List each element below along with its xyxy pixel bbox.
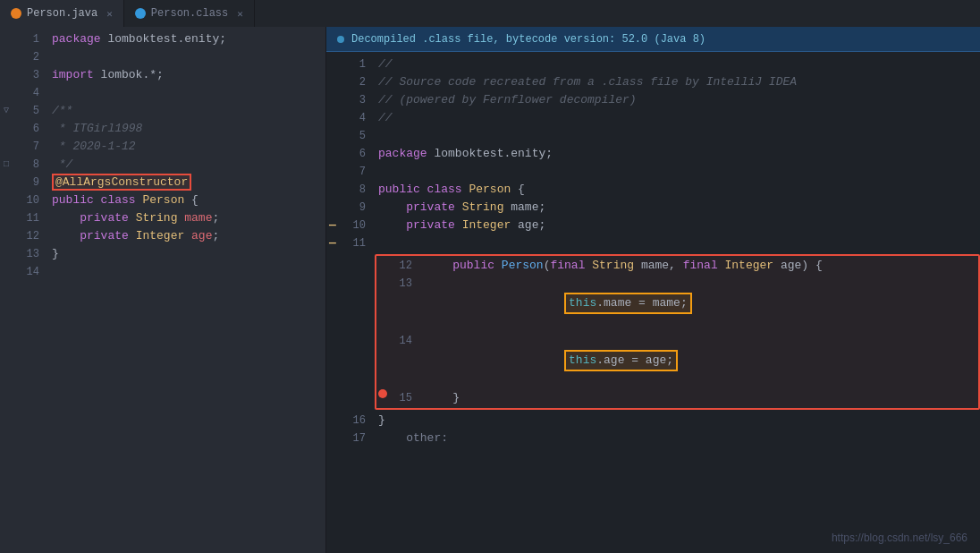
line-number: 1 (13, 30, 48, 48)
line-content: // Source code recreated from a .class f… (375, 73, 980, 91)
table-row: 12 private Integer age; (0, 227, 325, 245)
tab-bar: Person.java ✕ Person.class ✕ (0, 0, 980, 27)
line-content: private Integer age; (48, 227, 325, 245)
table-row: 6 * ITGirl1998 (0, 120, 325, 138)
collapse-end-icon[interactable]: □ (0, 156, 13, 174)
table-row: 9 @AllArgsConstructor (0, 174, 325, 191)
line-number: 1 (339, 55, 375, 73)
table-row: 1 package lomboktest.enity; (0, 30, 325, 48)
red-highlight-box: 12 public Person(final String mame, fina… (375, 254, 980, 410)
line-content: package lomboktest.enity; (48, 30, 325, 48)
class-file-icon (135, 8, 146, 19)
line-number: 4 (13, 84, 48, 102)
diff-marker: — (326, 234, 339, 252)
line-content: // (375, 55, 980, 73)
line-number: 11 (13, 209, 48, 227)
collapse-icon[interactable]: ▽ (0, 102, 13, 120)
close-java-tab[interactable]: ✕ (106, 8, 113, 20)
line-content: } (421, 389, 978, 407)
line-number: 8 (13, 156, 48, 174)
tab-person-java[interactable]: Person.java ✕ (0, 0, 124, 27)
table-row: 7 * 2020-1-12 (0, 138, 325, 156)
java-file-icon (11, 8, 21, 19)
table-row: 2 // Source code recreated from a .class… (326, 73, 980, 91)
table-row: 4 (0, 84, 325, 102)
table-row: □ 8 */ (0, 156, 325, 174)
watermark: https://blog.csdn.net/lsy_666 (832, 532, 967, 544)
line-content: private String mame; (375, 199, 980, 217)
line-number: 16 (339, 412, 375, 430)
line-content: @AllArgsConstructor (48, 174, 325, 191)
line-content: */ (48, 156, 325, 174)
table-row: 12 public Person(final String mame, fina… (376, 257, 978, 275)
line-number: 9 (339, 199, 375, 217)
table-row: 14 this.age = age; (376, 332, 978, 389)
table-row: 13 this.mame = mame; (376, 275, 978, 332)
line-number: 5 (339, 127, 375, 145)
editors-container: 1 package lomboktest.enity; 2 3 import l… (0, 27, 980, 553)
line-number: 12 (389, 257, 421, 275)
table-row: 6 package lomboktest.enity; (326, 145, 980, 163)
line-content: } (375, 412, 980, 430)
close-class-tab[interactable]: ✕ (237, 8, 243, 20)
line-content: import lombok.*; (48, 66, 325, 84)
table-row: 15 } (376, 389, 978, 407)
line-number: 8 (339, 181, 375, 199)
line-content: /** (48, 102, 325, 120)
line-number: 9 (13, 174, 48, 191)
tab-class-label: Person.class (151, 7, 228, 20)
left-code-area[interactable]: 1 package lomboktest.enity; 2 3 import l… (0, 27, 325, 553)
table-row: 9 private String mame; (326, 199, 980, 217)
line-number: 4 (339, 109, 375, 127)
table-row: 3 import lombok.*; (0, 66, 325, 84)
table-row: 8 public class Person { (326, 181, 980, 199)
table-row: 1 // (326, 55, 980, 73)
left-editor: 1 package lomboktest.enity; 2 3 import l… (0, 27, 326, 553)
line-number: 7 (13, 138, 48, 156)
line-number: 6 (13, 120, 48, 138)
line-content: package lomboktest.enity; (375, 145, 980, 163)
decompiled-text: Decompiled .class file, bytecode version… (351, 33, 705, 46)
tab-person-class[interactable]: Person.class ✕ (124, 0, 255, 27)
table-row: 16 } (326, 412, 980, 430)
line-number: 3 (13, 66, 48, 84)
line-content: this.age = age; (421, 332, 978, 389)
line-content: * ITGirl1998 (48, 120, 325, 138)
table-row: 17 other: (326, 430, 980, 447)
line-content: public Person(final String mame, final I… (421, 257, 978, 275)
line-number: 5 (13, 102, 48, 120)
diff-marker: — (326, 217, 339, 234)
line-number: 12 (13, 227, 48, 245)
line-number: 2 (13, 48, 48, 66)
tab-java-label: Person.java (27, 7, 97, 20)
line-content: * 2020-1-12 (48, 138, 325, 156)
line-content: private Integer age; (375, 217, 980, 234)
line-number: 14 (389, 332, 421, 350)
line-number: 13 (389, 275, 421, 293)
line-number: 11 (339, 234, 375, 252)
line-content: public class Person { (48, 191, 325, 209)
line-content: private String mame; (48, 209, 325, 227)
line-number: 7 (339, 163, 375, 181)
line-number: 6 (339, 145, 375, 163)
line-content: other: (375, 430, 980, 447)
right-code-area[interactable]: 1 // 2 // Source code recreated from a .… (326, 52, 980, 553)
table-row: 7 (326, 163, 980, 181)
line-number: 15 (389, 389, 421, 407)
line-content: // (powered by Fernflower decompiler) (375, 91, 980, 109)
line-number: 14 (13, 263, 48, 281)
table-row: — 11 (326, 234, 980, 252)
table-row: ▽ 5 /** (0, 102, 325, 120)
table-row: 10 public class Person { (0, 191, 325, 209)
debug-dot (378, 389, 387, 398)
table-row: 3 // (powered by Fernflower decompiler) (326, 91, 980, 109)
line-number: 13 (13, 245, 48, 263)
line-content: this.mame = mame; (421, 275, 978, 332)
line-content: } (48, 245, 325, 263)
line-number: 2 (339, 73, 375, 91)
line-content: // (375, 109, 980, 127)
table-row: 4 // (326, 109, 980, 127)
table-row: 13 } (0, 245, 325, 263)
right-editor: Decompiled .class file, bytecode version… (326, 27, 980, 553)
table-row: — 10 private Integer age; (326, 217, 980, 234)
